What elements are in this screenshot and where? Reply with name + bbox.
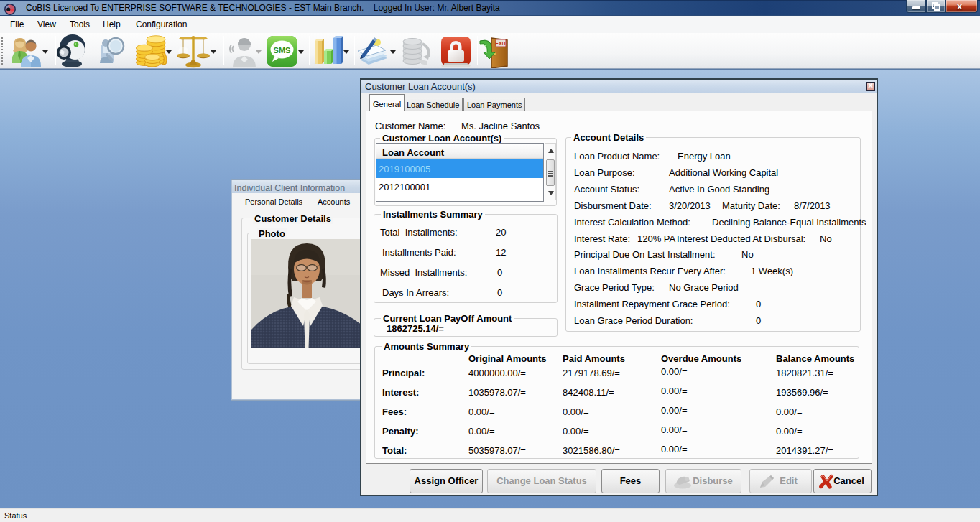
svg-text:SMS: SMS [274,46,291,55]
svg-text:EXIT: EXIT [495,41,507,46]
